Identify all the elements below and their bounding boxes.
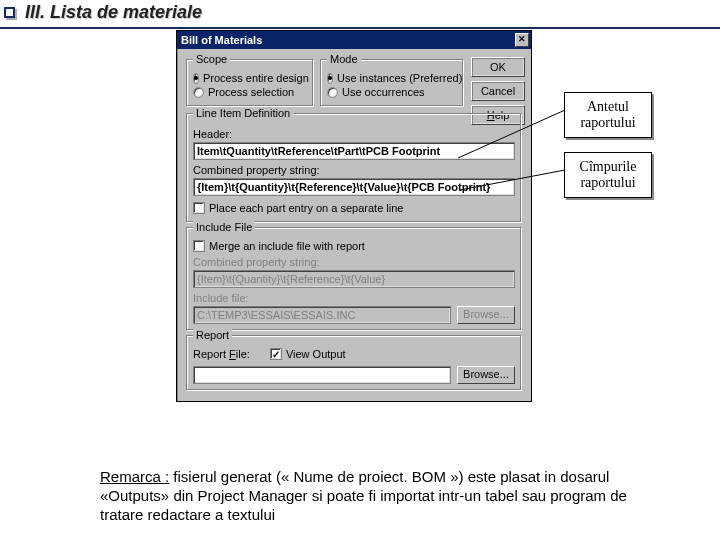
checkbox-icon bbox=[193, 202, 205, 214]
titlebar[interactable]: Bill of Materials ✕ bbox=[177, 31, 531, 49]
bom-dialog: Bill of Materials ✕ OK Cancel Help Scope… bbox=[176, 30, 532, 402]
report-file-input[interactable] bbox=[193, 366, 451, 384]
callout-header: Antetul raportului bbox=[564, 92, 652, 138]
cps-label: Combined property string: bbox=[193, 164, 515, 176]
include-legend: Include File bbox=[193, 221, 255, 233]
cps-input[interactable]: {Item}\t{Quantity}\t{Reference}\t{Value}… bbox=[193, 178, 515, 196]
include-group: Include File Merge an include file with … bbox=[186, 227, 522, 331]
mode-occurrences[interactable]: Use occurrences bbox=[327, 86, 457, 98]
line-item-group: Line Item Definition Header: Item\tQuant… bbox=[186, 113, 522, 223]
include-browse-button: Browse... bbox=[457, 306, 515, 324]
report-file-label: Report File: bbox=[193, 348, 250, 360]
inc-file-input: C:\TEMP3\ESSAIS\ESSAIS.INC bbox=[193, 306, 451, 324]
callout-fields: Cîmpurile raportului bbox=[564, 152, 652, 198]
report-group: Report Report File: View Output Browse..… bbox=[186, 335, 522, 391]
radio-icon bbox=[327, 73, 333, 84]
checkbox-icon bbox=[270, 348, 282, 360]
footnote-lead: Remarca : bbox=[100, 468, 169, 485]
separate-line-check[interactable]: Place each part entry on a separate line bbox=[193, 202, 515, 214]
slide-title: III. Lista de materiale bbox=[25, 2, 202, 23]
scope-selection[interactable]: Process selection bbox=[193, 86, 307, 98]
scope-legend: Scope bbox=[193, 53, 230, 65]
ok-button[interactable]: OK bbox=[471, 57, 525, 77]
radio-icon bbox=[193, 73, 199, 84]
checkbox-icon bbox=[193, 240, 205, 252]
view-output-check[interactable]: View Output bbox=[270, 348, 346, 360]
cancel-button[interactable]: Cancel bbox=[471, 81, 525, 101]
report-browse-button[interactable]: Browse... bbox=[457, 366, 515, 384]
mode-instances[interactable]: Use instances (Preferred) bbox=[327, 72, 457, 84]
footnote: Remarca : fisierul generat (« Nume de pr… bbox=[100, 468, 640, 524]
mode-group: Mode Use instances (Preferred) Use occur… bbox=[320, 59, 464, 107]
bullet-icon bbox=[4, 7, 15, 18]
radio-icon bbox=[193, 87, 204, 98]
mode-legend: Mode bbox=[327, 53, 361, 65]
line-item-legend: Line Item Definition bbox=[193, 107, 293, 119]
scope-group: Scope Process entire design Process sele… bbox=[186, 59, 314, 107]
slide-header: III. Lista de materiale bbox=[0, 0, 720, 29]
header-label: Header: bbox=[193, 128, 515, 140]
merge-check[interactable]: Merge an include file with report bbox=[193, 240, 515, 252]
close-icon[interactable]: ✕ bbox=[515, 33, 529, 47]
header-input[interactable]: Item\tQuantity\tReference\tPart\tPCB Foo… bbox=[193, 142, 515, 160]
inc-file-label: Include file: bbox=[193, 292, 515, 304]
inc-cps-label: Combined property string: bbox=[193, 256, 515, 268]
dialog-title: Bill of Materials bbox=[181, 34, 262, 46]
scope-entire[interactable]: Process entire design bbox=[193, 72, 307, 84]
inc-cps-input: {Item}\t{Quantity}\t{Reference}\t{Value} bbox=[193, 270, 515, 288]
footnote-rest: fisierul generat (« Nume de proiect. BOM… bbox=[100, 468, 627, 523]
radio-icon bbox=[327, 87, 338, 98]
report-legend: Report bbox=[193, 329, 232, 341]
